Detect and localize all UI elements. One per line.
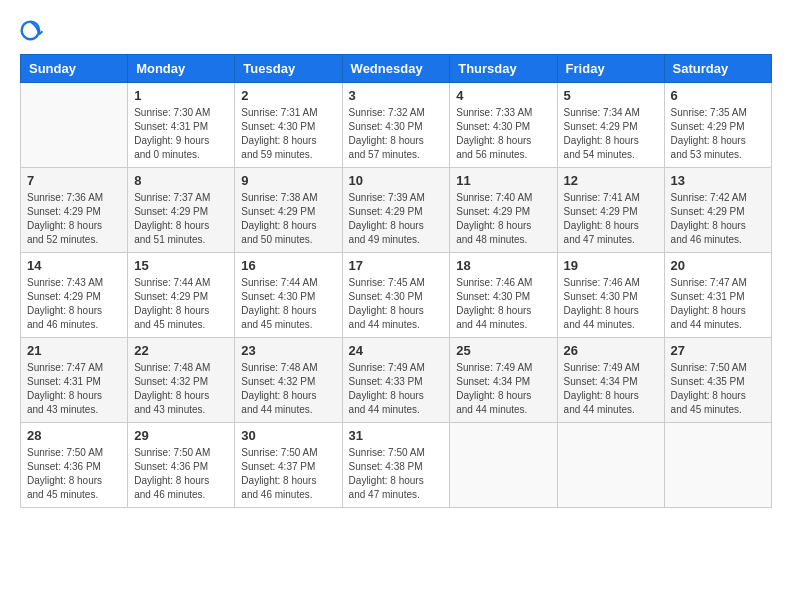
calendar-cell: 19Sunrise: 7:46 AMSunset: 4:30 PMDayligh…	[557, 253, 664, 338]
day-info: Sunrise: 7:50 AMSunset: 4:37 PMDaylight:…	[241, 446, 335, 502]
calendar-cell: 30Sunrise: 7:50 AMSunset: 4:37 PMDayligh…	[235, 423, 342, 508]
week-row-5: 28Sunrise: 7:50 AMSunset: 4:36 PMDayligh…	[21, 423, 772, 508]
day-number: 29	[134, 428, 228, 443]
calendar-cell: 10Sunrise: 7:39 AMSunset: 4:29 PMDayligh…	[342, 168, 450, 253]
day-number: 9	[241, 173, 335, 188]
calendar: SundayMondayTuesdayWednesdayThursdayFrid…	[20, 54, 772, 508]
calendar-cell	[450, 423, 557, 508]
weekday-header-saturday: Saturday	[664, 55, 771, 83]
day-info: Sunrise: 7:40 AMSunset: 4:29 PMDaylight:…	[456, 191, 550, 247]
calendar-cell: 7Sunrise: 7:36 AMSunset: 4:29 PMDaylight…	[21, 168, 128, 253]
day-info: Sunrise: 7:31 AMSunset: 4:30 PMDaylight:…	[241, 106, 335, 162]
calendar-cell: 11Sunrise: 7:40 AMSunset: 4:29 PMDayligh…	[450, 168, 557, 253]
day-number: 12	[564, 173, 658, 188]
calendar-cell: 17Sunrise: 7:45 AMSunset: 4:30 PMDayligh…	[342, 253, 450, 338]
weekday-header-row: SundayMondayTuesdayWednesdayThursdayFrid…	[21, 55, 772, 83]
calendar-cell: 25Sunrise: 7:49 AMSunset: 4:34 PMDayligh…	[450, 338, 557, 423]
calendar-cell: 4Sunrise: 7:33 AMSunset: 4:30 PMDaylight…	[450, 83, 557, 168]
calendar-cell: 6Sunrise: 7:35 AMSunset: 4:29 PMDaylight…	[664, 83, 771, 168]
svg-point-0	[22, 22, 40, 40]
calendar-cell: 12Sunrise: 7:41 AMSunset: 4:29 PMDayligh…	[557, 168, 664, 253]
calendar-cell: 13Sunrise: 7:42 AMSunset: 4:29 PMDayligh…	[664, 168, 771, 253]
day-number: 6	[671, 88, 765, 103]
weekday-header-monday: Monday	[128, 55, 235, 83]
day-number: 26	[564, 343, 658, 358]
day-number: 31	[349, 428, 444, 443]
calendar-cell: 8Sunrise: 7:37 AMSunset: 4:29 PMDaylight…	[128, 168, 235, 253]
day-info: Sunrise: 7:47 AMSunset: 4:31 PMDaylight:…	[27, 361, 121, 417]
calendar-cell: 27Sunrise: 7:50 AMSunset: 4:35 PMDayligh…	[664, 338, 771, 423]
calendar-cell: 16Sunrise: 7:44 AMSunset: 4:30 PMDayligh…	[235, 253, 342, 338]
day-info: Sunrise: 7:44 AMSunset: 4:29 PMDaylight:…	[134, 276, 228, 332]
calendar-cell	[557, 423, 664, 508]
day-info: Sunrise: 7:42 AMSunset: 4:29 PMDaylight:…	[671, 191, 765, 247]
day-number: 20	[671, 258, 765, 273]
day-number: 16	[241, 258, 335, 273]
day-number: 25	[456, 343, 550, 358]
day-info: Sunrise: 7:50 AMSunset: 4:38 PMDaylight:…	[349, 446, 444, 502]
day-info: Sunrise: 7:39 AMSunset: 4:29 PMDaylight:…	[349, 191, 444, 247]
weekday-header-sunday: Sunday	[21, 55, 128, 83]
day-info: Sunrise: 7:32 AMSunset: 4:30 PMDaylight:…	[349, 106, 444, 162]
day-number: 23	[241, 343, 335, 358]
day-info: Sunrise: 7:47 AMSunset: 4:31 PMDaylight:…	[671, 276, 765, 332]
day-number: 28	[27, 428, 121, 443]
calendar-cell: 15Sunrise: 7:44 AMSunset: 4:29 PMDayligh…	[128, 253, 235, 338]
day-info: Sunrise: 7:37 AMSunset: 4:29 PMDaylight:…	[134, 191, 228, 247]
logo	[20, 20, 48, 44]
day-info: Sunrise: 7:50 AMSunset: 4:36 PMDaylight:…	[27, 446, 121, 502]
day-number: 19	[564, 258, 658, 273]
calendar-cell	[664, 423, 771, 508]
calendar-cell: 28Sunrise: 7:50 AMSunset: 4:36 PMDayligh…	[21, 423, 128, 508]
calendar-cell: 9Sunrise: 7:38 AMSunset: 4:29 PMDaylight…	[235, 168, 342, 253]
day-number: 8	[134, 173, 228, 188]
day-info: Sunrise: 7:48 AMSunset: 4:32 PMDaylight:…	[134, 361, 228, 417]
calendar-cell: 5Sunrise: 7:34 AMSunset: 4:29 PMDaylight…	[557, 83, 664, 168]
day-number: 7	[27, 173, 121, 188]
day-number: 10	[349, 173, 444, 188]
day-number: 15	[134, 258, 228, 273]
day-number: 24	[349, 343, 444, 358]
calendar-cell	[21, 83, 128, 168]
calendar-cell: 29Sunrise: 7:50 AMSunset: 4:36 PMDayligh…	[128, 423, 235, 508]
day-number: 11	[456, 173, 550, 188]
day-info: Sunrise: 7:50 AMSunset: 4:35 PMDaylight:…	[671, 361, 765, 417]
day-number: 27	[671, 343, 765, 358]
day-info: Sunrise: 7:41 AMSunset: 4:29 PMDaylight:…	[564, 191, 658, 247]
weekday-header-wednesday: Wednesday	[342, 55, 450, 83]
calendar-cell: 23Sunrise: 7:48 AMSunset: 4:32 PMDayligh…	[235, 338, 342, 423]
weekday-header-friday: Friday	[557, 55, 664, 83]
calendar-cell: 18Sunrise: 7:46 AMSunset: 4:30 PMDayligh…	[450, 253, 557, 338]
day-info: Sunrise: 7:35 AMSunset: 4:29 PMDaylight:…	[671, 106, 765, 162]
day-info: Sunrise: 7:49 AMSunset: 4:34 PMDaylight:…	[564, 361, 658, 417]
day-number: 18	[456, 258, 550, 273]
day-info: Sunrise: 7:50 AMSunset: 4:36 PMDaylight:…	[134, 446, 228, 502]
header	[20, 20, 772, 44]
day-info: Sunrise: 7:45 AMSunset: 4:30 PMDaylight:…	[349, 276, 444, 332]
day-number: 2	[241, 88, 335, 103]
day-info: Sunrise: 7:49 AMSunset: 4:34 PMDaylight:…	[456, 361, 550, 417]
calendar-cell: 24Sunrise: 7:49 AMSunset: 4:33 PMDayligh…	[342, 338, 450, 423]
logo-icon	[20, 20, 44, 44]
day-info: Sunrise: 7:36 AMSunset: 4:29 PMDaylight:…	[27, 191, 121, 247]
day-info: Sunrise: 7:46 AMSunset: 4:30 PMDaylight:…	[564, 276, 658, 332]
day-info: Sunrise: 7:33 AMSunset: 4:30 PMDaylight:…	[456, 106, 550, 162]
week-row-1: 1Sunrise: 7:30 AMSunset: 4:31 PMDaylight…	[21, 83, 772, 168]
calendar-cell: 22Sunrise: 7:48 AMSunset: 4:32 PMDayligh…	[128, 338, 235, 423]
day-info: Sunrise: 7:46 AMSunset: 4:30 PMDaylight:…	[456, 276, 550, 332]
weekday-header-thursday: Thursday	[450, 55, 557, 83]
day-number: 21	[27, 343, 121, 358]
day-number: 22	[134, 343, 228, 358]
calendar-cell: 20Sunrise: 7:47 AMSunset: 4:31 PMDayligh…	[664, 253, 771, 338]
day-info: Sunrise: 7:48 AMSunset: 4:32 PMDaylight:…	[241, 361, 335, 417]
day-info: Sunrise: 7:43 AMSunset: 4:29 PMDaylight:…	[27, 276, 121, 332]
day-number: 1	[134, 88, 228, 103]
week-row-2: 7Sunrise: 7:36 AMSunset: 4:29 PMDaylight…	[21, 168, 772, 253]
calendar-cell: 3Sunrise: 7:32 AMSunset: 4:30 PMDaylight…	[342, 83, 450, 168]
day-info: Sunrise: 7:49 AMSunset: 4:33 PMDaylight:…	[349, 361, 444, 417]
day-number: 5	[564, 88, 658, 103]
day-number: 3	[349, 88, 444, 103]
calendar-cell: 26Sunrise: 7:49 AMSunset: 4:34 PMDayligh…	[557, 338, 664, 423]
week-row-4: 21Sunrise: 7:47 AMSunset: 4:31 PMDayligh…	[21, 338, 772, 423]
weekday-header-tuesday: Tuesday	[235, 55, 342, 83]
